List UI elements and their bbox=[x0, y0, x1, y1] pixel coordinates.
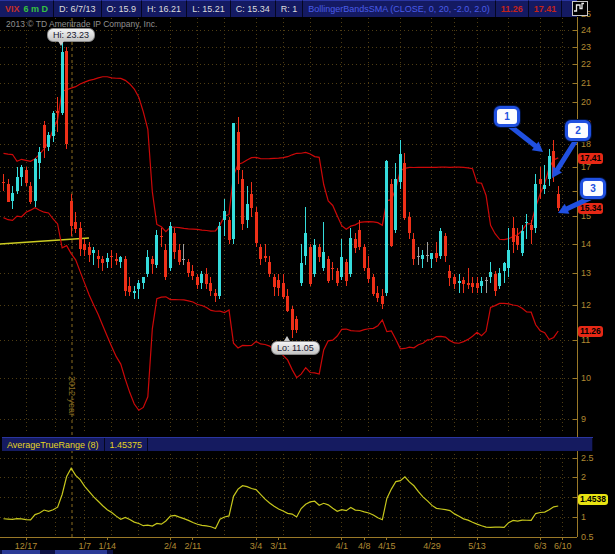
callout-arrow bbox=[510, 126, 543, 152]
callout-badge-3: 3 bbox=[580, 178, 606, 199]
callout-arrow bbox=[552, 140, 576, 178]
callout-arrow bbox=[558, 198, 590, 214]
thinkorswim-chart-window: 2012 year9101112131415161718192021222324… bbox=[0, 0, 615, 554]
callout-badge-2: 2 bbox=[565, 120, 591, 141]
callout-badge-1: 1 bbox=[494, 106, 520, 127]
annotation-arrows-layer bbox=[0, 0, 615, 554]
